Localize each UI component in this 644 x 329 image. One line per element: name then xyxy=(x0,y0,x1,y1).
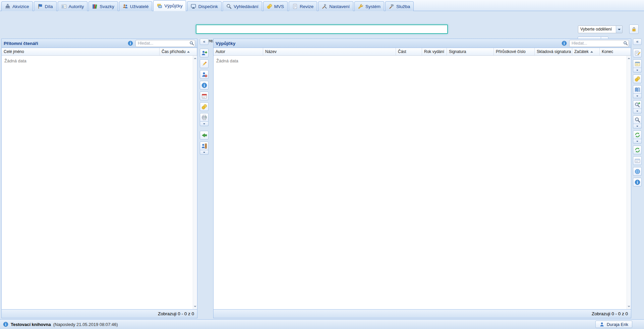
volumes-books-icon xyxy=(92,4,98,9)
prolong-loan-button[interactable] xyxy=(633,130,642,139)
column-header-cele-jmeno[interactable]: Celé jméno xyxy=(2,48,160,55)
loan-info-button[interactable] xyxy=(633,178,642,186)
department-select[interactable]: Vyberte oddělení xyxy=(578,25,623,33)
reader-departure-menu-button[interactable] xyxy=(200,150,209,155)
volume-detail-button[interactable] xyxy=(633,85,642,94)
tab-label: Služba xyxy=(396,4,410,9)
column-header-rok-vydani[interactable]: Rok vydání xyxy=(422,48,447,55)
tab-vypujcky[interactable]: Výpůjčky xyxy=(153,0,186,11)
barcode-input[interactable] xyxy=(196,24,448,34)
tab-revize[interactable]: Revize xyxy=(289,1,317,11)
sort-asc-icon xyxy=(187,50,190,53)
reader-calendar-button[interactable] xyxy=(200,92,209,100)
search-work-menu-button[interactable] xyxy=(633,124,642,128)
paging-status: Zobrazuji 0 - 0 z 0 xyxy=(158,311,194,316)
chevron-down-icon[interactable] xyxy=(616,26,622,33)
collapse-loans-panel-button[interactable]: « xyxy=(633,39,642,45)
info-icon xyxy=(3,322,8,327)
readers-panel-header: Přítomní čtenáři xyxy=(2,39,197,48)
note-icon xyxy=(635,61,640,67)
scroll-up-icon[interactable] xyxy=(193,56,197,61)
lock-button[interactable] xyxy=(629,24,639,34)
tab-nastaveni[interactable]: Nastavení xyxy=(318,1,353,11)
edit-reader-button[interactable] xyxy=(200,59,209,68)
scroll-up-icon[interactable] xyxy=(627,56,631,61)
tab-uzivatele[interactable]: Uživatelé xyxy=(119,1,153,11)
column-header-prirustkove-cislo[interactable]: Přírůstkové číslo xyxy=(494,48,535,55)
tab-dila[interactable]: Díla xyxy=(34,1,57,11)
monitor-icon xyxy=(191,4,196,9)
reader-info-button[interactable] xyxy=(200,81,209,90)
column-header-skladova-signatura[interactable]: Skladová signatura xyxy=(535,48,572,55)
loan-note-button[interactable] xyxy=(633,59,642,68)
search-split-button xyxy=(633,115,642,128)
scroll-down-icon[interactable] xyxy=(627,304,631,309)
prolong-loan-menu-button[interactable] xyxy=(633,139,642,144)
column-header-zacatek[interactable]: Začátek xyxy=(572,48,600,55)
reader-arrival-button[interactable] xyxy=(200,49,209,57)
main-tab-bar: Akvizice Díla Autority Svazky Uživatelé … xyxy=(0,0,644,11)
edit-loan-button[interactable] xyxy=(633,49,642,57)
user-session-button[interactable]: Duraja Erik xyxy=(595,321,632,328)
tab-sluzba[interactable]: Služba xyxy=(385,1,414,11)
column-header-konec[interactable]: Konec xyxy=(600,48,631,55)
search-work-button[interactable] xyxy=(633,115,642,124)
info-icon[interactable] xyxy=(562,41,567,46)
loan-fees-button[interactable] xyxy=(633,74,642,83)
web-catalog-button[interactable] xyxy=(633,167,642,176)
loans-search-input[interactable] xyxy=(569,40,629,47)
edit-loan-icon xyxy=(635,50,640,56)
column-label: Název xyxy=(265,49,277,54)
renew-all-button[interactable] xyxy=(633,146,642,154)
tab-vyhledavani[interactable]: Vyhledávání xyxy=(223,1,262,11)
column-header-nazev[interactable]: Název xyxy=(263,48,396,55)
reader-block-button[interactable] xyxy=(200,70,209,79)
info-icon[interactable] xyxy=(128,41,133,46)
chevron-down-icon xyxy=(636,111,638,113)
tab-akvizice[interactable]: Akvizice xyxy=(1,1,33,11)
reader-fees-button[interactable] xyxy=(200,102,209,111)
tab-system[interactable]: Systém xyxy=(354,1,384,11)
arrow-left-icon xyxy=(201,132,207,138)
print-button[interactable] xyxy=(200,113,209,122)
tab-mvs[interactable]: MVS xyxy=(263,1,288,11)
catalog-card-button[interactable] xyxy=(633,156,642,165)
info-icon xyxy=(201,83,207,88)
vertical-scrollbar[interactable] xyxy=(193,56,197,309)
readers-panel-footer: Zobrazuji 0 - 0 z 0 xyxy=(2,309,197,318)
column-header-cast[interactable]: Část xyxy=(396,48,422,55)
collapse-readers-panel-button[interactable]: « xyxy=(200,39,209,45)
reader-departure-button[interactable] xyxy=(200,142,209,150)
search-volume-button[interactable] xyxy=(633,100,642,109)
loan-note-menu-button[interactable] xyxy=(633,68,642,72)
column-header-cas-prichodu[interactable]: Čas příchodu xyxy=(160,48,197,55)
hammer-icon xyxy=(389,4,394,9)
print-menu-button[interactable] xyxy=(200,122,209,126)
search-add-split-button xyxy=(633,100,642,113)
library-name: Testovací knihovna xyxy=(11,322,51,327)
lock-icon xyxy=(632,26,636,32)
scroll-down-icon[interactable] xyxy=(193,304,197,309)
volume-detail-menu-button[interactable] xyxy=(633,94,642,98)
tab-dispecink[interactable]: Dispečink xyxy=(187,1,222,11)
column-header-signatura[interactable]: Signatura xyxy=(447,48,494,55)
vertical-scrollbar[interactable] xyxy=(627,56,631,309)
fees-coins-icon xyxy=(201,104,207,110)
tab-autority[interactable]: Autority xyxy=(58,1,88,11)
catalog-card-icon xyxy=(635,158,640,164)
readers-search-input[interactable] xyxy=(135,40,195,47)
search-icon[interactable] xyxy=(623,41,628,46)
readers-grid-body: Žádná data xyxy=(2,56,197,309)
works-flag-icon xyxy=(38,4,43,9)
return-selected-button[interactable] xyxy=(200,131,209,140)
search-volume-menu-button[interactable] xyxy=(633,109,642,113)
prolong-split-button xyxy=(633,130,642,144)
tab-svazky[interactable]: Svazky xyxy=(89,1,118,11)
users-icon xyxy=(123,4,128,9)
loans-cards-icon xyxy=(157,3,162,9)
print-split-button xyxy=(200,113,209,126)
loans-panel: Výpůjčky Autor Název Část Rok vydání Sig… xyxy=(213,39,631,318)
user-name: Duraja Erik xyxy=(607,322,628,327)
search-icon[interactable] xyxy=(189,41,194,46)
column-header-autor[interactable]: Autor xyxy=(214,48,263,55)
